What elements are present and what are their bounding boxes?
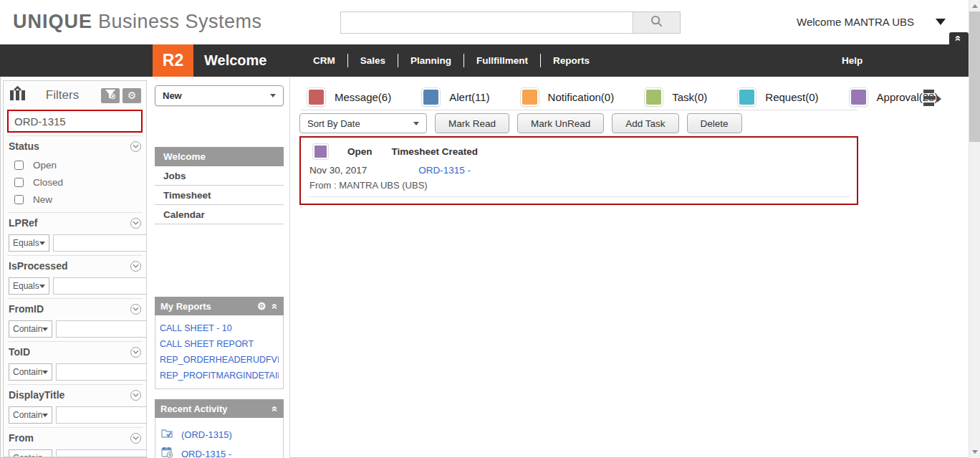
chevron-down-icon[interactable] (130, 390, 141, 401)
menu-item-welcome[interactable]: Welcome (155, 147, 284, 166)
open-checkbox[interactable] (14, 161, 24, 170)
r2-brand-badge[interactable]: R2 (153, 44, 193, 77)
report-link[interactable]: REP_PROFITMARGINDETAIL (160, 368, 279, 383)
category-label: Message(6) (335, 91, 391, 103)
lpref-operator-select[interactable]: Equals (9, 234, 49, 252)
menu-item-calendar[interactable]: Calendar (155, 205, 284, 224)
new-dropdown[interactable]: New (155, 85, 284, 106)
chevron-down-icon[interactable] (130, 141, 141, 152)
category-tabs: Message(6) Alert(11) Notification(0) Tas… (307, 85, 938, 108)
filters-title: Filters (27, 88, 98, 102)
fromid-operator-select[interactable]: Contain (9, 320, 52, 338)
message-title: Timesheet Created (392, 146, 479, 157)
caret-down-icon (39, 242, 45, 245)
add-task-button[interactable]: Add Task (612, 113, 678, 133)
chevron-down-icon[interactable] (130, 347, 141, 358)
global-search-button[interactable] (633, 11, 681, 34)
checkbox-open[interactable]: Open (14, 156, 141, 173)
category-message[interactable]: Message(6) (307, 88, 391, 106)
chevron-down-icon[interactable] (130, 261, 141, 272)
category-divider (301, 110, 858, 110)
report-link[interactable]: CALL SHEET - 10 (160, 320, 279, 336)
chevron-down-icon[interactable] (130, 433, 141, 444)
scrollbar-thumb[interactable] (969, 11, 980, 142)
toid-value-input[interactable] (56, 363, 147, 381)
message-reference-link[interactable]: ORD-1315 - (418, 165, 471, 176)
recent-activity-header: Recent Activity « (155, 399, 284, 418)
lpref-value-input[interactable] (53, 234, 147, 252)
recent-activity-item[interactable]: (ORD-1315) (161, 428, 277, 442)
from-value-input[interactable] (56, 449, 147, 457)
my-reports-body: CALL SHEET - 10 CALL SHEET REPORT REP_OR… (155, 315, 284, 389)
filter-section-displaytitle: DisplayTitle Contain (7, 384, 143, 424)
funnel-clear-icon (105, 89, 116, 102)
recent-activity-link[interactable]: ORD-1315 - (181, 449, 231, 458)
filter-section-header: From (9, 431, 141, 445)
request-color-swatch-icon (738, 88, 756, 106)
from-operator-select[interactable]: Contain (9, 449, 52, 457)
scroll-down-arrow-icon[interactable] (972, 450, 978, 454)
filter-columns-icon[interactable] (9, 86, 27, 105)
scroll-up-arrow-icon[interactable] (972, 4, 978, 8)
help-link[interactable]: Help (842, 44, 863, 77)
double-chevron-up-icon: « (953, 35, 964, 41)
mark-unread-button[interactable]: Mark UnRead (517, 113, 604, 133)
filter-operator-row: Contain (9, 363, 141, 381)
operator-value: Contain (13, 453, 42, 457)
collapse-panel-icon[interactable]: « (269, 303, 280, 309)
gear-icon[interactable]: ⚙ (257, 300, 266, 312)
recent-activity-item[interactable]: ORD-1315 - (161, 447, 277, 458)
more-options-icon[interactable] (923, 90, 942, 108)
displaytitle-operator-select[interactable]: Contain (9, 406, 52, 424)
bar (923, 102, 934, 106)
nav-tab-crm[interactable]: CRM (301, 54, 348, 67)
clear-filter-button[interactable] (101, 88, 120, 103)
nav-tab-sales[interactable]: Sales (348, 54, 398, 67)
calendar-clock-icon (161, 447, 173, 458)
collapse-header-button[interactable]: « (949, 32, 969, 44)
menu-item-timesheet[interactable]: Timesheet (155, 186, 284, 205)
closed-checkbox[interactable] (14, 178, 24, 187)
nav-tab-planning[interactable]: Planning (398, 54, 464, 67)
isprocessed-value-input[interactable] (53, 277, 147, 295)
menu-item-jobs[interactable]: Jobs (155, 166, 284, 186)
mark-read-button[interactable]: Mark Read (435, 113, 509, 133)
checkbox-new[interactable]: New (14, 191, 141, 208)
operator-value: Equals (13, 238, 39, 248)
user-menu[interactable]: Welcome MANTRA UBS (797, 16, 946, 28)
global-search-input[interactable] (340, 11, 633, 34)
collapse-panel-icon[interactable]: « (269, 406, 280, 411)
isprocessed-operator-select[interactable]: Equals (9, 277, 49, 295)
filter-section-header: Status (9, 139, 141, 153)
fromid-value-input[interactable] (56, 320, 147, 338)
filter-operator-row: Contain (9, 449, 141, 457)
nav-tabs: CRM Sales Planning Fullfillment Reports (301, 44, 602, 77)
filter-operator-row: Equals (9, 234, 141, 252)
displaytitle-value-input[interactable] (56, 406, 147, 424)
filter-section-fromid: FromID Contain (7, 298, 143, 338)
chevron-down-icon[interactable] (130, 304, 141, 315)
nav-tab-fulfillment[interactable]: Fullfillment (464, 54, 541, 67)
filter-search-input[interactable] (14, 115, 147, 128)
vertical-scrollbar[interactable] (969, 0, 980, 458)
delete-button[interactable]: Delete (687, 113, 742, 133)
caret-down-icon (270, 94, 276, 97)
category-alert[interactable]: Alert(11) (422, 88, 489, 106)
nav-tab-reports[interactable]: Reports (541, 54, 602, 67)
report-link[interactable]: CALL SHEET REPORT (160, 336, 279, 352)
report-link[interactable]: REP_ORDERHEADERUDFVI... (160, 352, 279, 368)
category-request[interactable]: Request(0) (738, 88, 818, 106)
sort-by-dropdown[interactable]: Sort By Date (299, 113, 427, 133)
toid-operator-select[interactable]: Contain (9, 363, 52, 381)
checkbox-closed[interactable]: Closed (14, 173, 141, 191)
category-task[interactable]: Task(0) (645, 88, 707, 106)
bar (923, 90, 934, 93)
recent-activity-link[interactable]: (ORD-1315) (181, 429, 232, 440)
new-checkbox[interactable] (14, 195, 24, 204)
filter-settings-button[interactable]: ⚙ (123, 88, 141, 103)
message-card[interactable]: Open Timesheet Created Nov 30, 2017 ORD-… (299, 136, 858, 205)
message-from-line: From : MANTRA UBS (UBS) (309, 180, 848, 191)
chevron-down-icon[interactable] (130, 218, 141, 229)
filter-operator-row: Contain (9, 320, 141, 338)
category-notification[interactable]: Notification(0) (521, 88, 615, 106)
